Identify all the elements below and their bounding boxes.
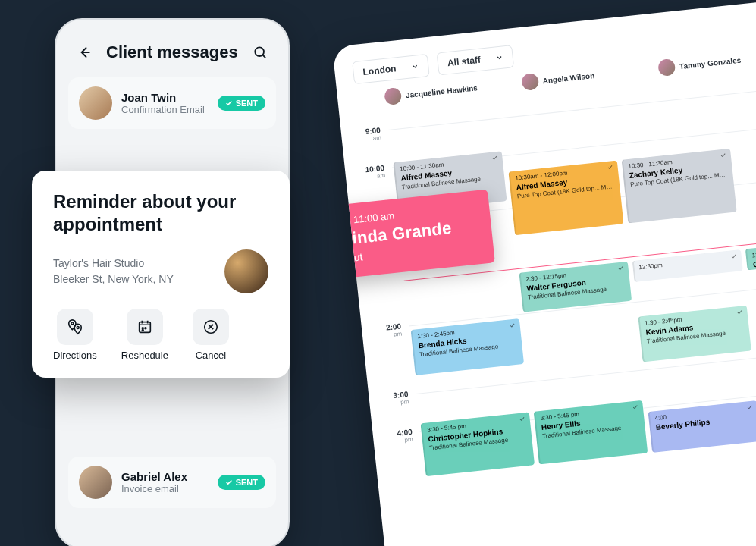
event-popup[interactable]: 10:00 - 11:00 amLucinda GrandeHair Cut	[332, 190, 495, 282]
search-icon[interactable]	[249, 41, 271, 64]
calendar-event[interactable]: 3:30 - 5:45 pmChristopher HopkinsTraditi…	[421, 412, 535, 476]
directions-button[interactable]: Directions	[53, 309, 97, 361]
calendar-event[interactable]: 1:30 - 2:45pmKevin AdamsTraditional Bali…	[638, 306, 751, 362]
avatar	[79, 466, 112, 499]
chevron-down-icon	[411, 62, 419, 71]
avatar	[657, 58, 676, 77]
time-label: 9:00am	[347, 126, 381, 144]
message-sender: Joan Twin	[121, 91, 209, 104]
calendar-event[interactable]: 4:00Beverly Philips	[648, 400, 756, 453]
calendar-event[interactable]: 12:30Geo	[745, 237, 756, 270]
calendar-event[interactable]: 10:30 - 11:30amZachary KelleyPure Top Co…	[622, 149, 737, 224]
calendar-grid[interactable]: 9:00am10:00am11:00am2:00pm3:00pm4:00pm10…	[339, 53, 756, 546]
status-badge: SENT	[218, 96, 265, 111]
check-icon	[607, 164, 613, 171]
calendar-icon	[127, 309, 163, 345]
cancel-button[interactable]: Cancel	[193, 309, 229, 361]
calendar-event[interactable]: 3:30 - 5:45 pmHenry EllisTraditional Bal…	[534, 400, 648, 465]
staff-dropdown[interactable]: All staff	[437, 45, 515, 75]
venue-avatar	[224, 249, 268, 293]
close-icon	[193, 309, 229, 345]
map-pin-icon	[57, 309, 93, 345]
svg-point-4	[142, 328, 143, 329]
event-time: 12:30pm	[638, 254, 736, 271]
avatar	[79, 86, 112, 120]
avatar	[384, 87, 402, 105]
message-subject: Invoice email	[121, 483, 209, 494]
time-label: 2:00pm	[368, 322, 403, 340]
back-icon[interactable]	[73, 41, 96, 64]
check-icon	[519, 416, 525, 422]
reminder-title: Reminder about your appointment	[53, 190, 268, 236]
message-row[interactable]: Gabriel Alex Invoice email SENT	[68, 457, 276, 508]
svg-point-6	[142, 330, 143, 331]
message-subject: Confirmation Email	[121, 104, 209, 115]
check-icon	[509, 322, 516, 329]
check-icon	[720, 152, 726, 158]
time-label: 4:00pm	[378, 428, 413, 446]
reminder-card: Reminder about your appointment Taylor's…	[32, 171, 290, 378]
phone-header: Client messages	[56, 20, 288, 74]
time-label: 3:00pm	[375, 390, 409, 408]
message-row[interactable]: Joan Twin Confirmation Email SENT	[68, 77, 276, 129]
check-icon	[730, 253, 737, 260]
page-title: Client messages	[106, 42, 238, 62]
time-label: 10:00am	[351, 164, 386, 182]
tablet-frame: London All staff To Jacqueline Hawkins A…	[332, 0, 756, 546]
reschedule-button[interactable]: Reshedule	[121, 309, 168, 361]
calendar-event[interactable]: 10:30am - 12:00pmAlfred MasseyPure Top C…	[508, 161, 623, 236]
check-icon	[736, 309, 743, 315]
calendar-event[interactable]: 1:30 - 2:45pmBrenda HicksTraditional Bal…	[411, 318, 524, 375]
message-sender: Gabriel Alex	[121, 470, 209, 483]
chevron-down-icon	[495, 54, 503, 62]
check-icon	[617, 265, 624, 271]
reminder-location: Taylor's Hair Studio Bleeker St, New Yor…	[53, 256, 174, 287]
check-icon	[491, 155, 498, 162]
svg-point-1	[71, 322, 74, 325]
avatar	[521, 73, 539, 91]
svg-point-2	[77, 326, 79, 328]
check-icon	[632, 403, 638, 410]
event-time: 12:30	[751, 242, 756, 259]
status-badge: SENT	[218, 475, 265, 490]
svg-point-5	[145, 328, 146, 329]
check-icon	[746, 404, 753, 411]
location-dropdown[interactable]: London	[352, 54, 430, 84]
